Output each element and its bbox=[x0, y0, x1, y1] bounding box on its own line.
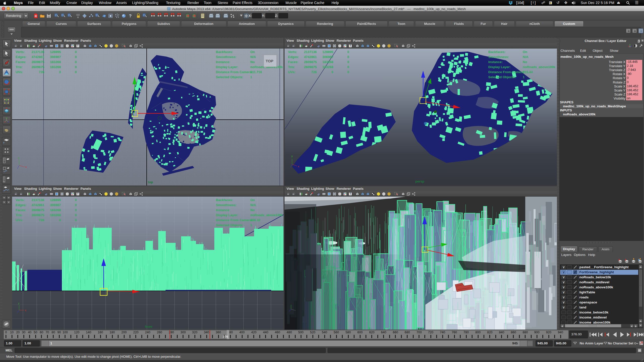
svg-text:800: 800 bbox=[475, 331, 481, 334]
svg-text:T: T bbox=[349, 44, 351, 47]
svg-text:900: 900 bbox=[534, 331, 540, 334]
svg-text:persp: persp bbox=[415, 179, 424, 183]
svg-text:340: 340 bbox=[204, 331, 209, 334]
svg-text:x: x bbox=[25, 165, 27, 168]
svg-text:y: y bbox=[18, 302, 20, 305]
svg-text:480: 480 bbox=[287, 331, 292, 334]
svg-text:780: 780 bbox=[464, 331, 469, 334]
svg-text:840: 840 bbox=[499, 331, 504, 334]
svg-text:200: 200 bbox=[122, 331, 127, 334]
svg-text:front: front bbox=[145, 325, 152, 329]
svg-text:y: y bbox=[18, 156, 20, 159]
svg-text:T: T bbox=[77, 44, 78, 47]
svg-text:x: x bbox=[298, 165, 299, 168]
svg-text:940: 940 bbox=[558, 331, 563, 334]
svg-text:920: 920 bbox=[546, 331, 551, 334]
svg-text:70: 70 bbox=[46, 331, 49, 334]
svg-text:720: 720 bbox=[428, 331, 433, 334]
svg-text:240: 240 bbox=[145, 331, 150, 334]
svg-text:320: 320 bbox=[192, 331, 197, 334]
svg-text:220: 220 bbox=[133, 331, 139, 334]
svg-text:180: 180 bbox=[110, 331, 115, 334]
svg-text:40: 40 bbox=[28, 331, 31, 334]
svg-text:60: 60 bbox=[40, 331, 43, 334]
svg-text:580: 580 bbox=[346, 331, 351, 334]
svg-text:T: T bbox=[77, 193, 78, 195]
svg-text:x: x bbox=[25, 309, 26, 312]
svg-text:760: 760 bbox=[452, 331, 457, 334]
svg-text:90: 90 bbox=[57, 331, 61, 334]
svg-text:10: 10 bbox=[10, 331, 14, 334]
svg-text:T: T bbox=[349, 193, 351, 195]
svg-text:100: 100 bbox=[63, 331, 68, 334]
svg-text:880: 880 bbox=[523, 331, 528, 334]
svg-text:50: 50 bbox=[34, 331, 37, 334]
svg-text:top: top bbox=[148, 180, 153, 184]
svg-text:660: 660 bbox=[393, 331, 398, 334]
svg-text:80: 80 bbox=[52, 331, 55, 334]
svg-text:400: 400 bbox=[239, 331, 245, 334]
svg-text:360: 360 bbox=[216, 331, 221, 334]
svg-text:460: 460 bbox=[275, 331, 280, 334]
svg-text:600: 600 bbox=[357, 331, 363, 334]
svg-text:640: 640 bbox=[381, 331, 386, 334]
svg-text:140: 140 bbox=[86, 331, 91, 334]
svg-text:540: 540 bbox=[322, 331, 327, 334]
svg-text:420: 420 bbox=[251, 331, 257, 334]
svg-text:700: 700 bbox=[417, 331, 422, 334]
svg-text:MB: MB bbox=[168, 8, 170, 10]
svg-text:260: 260 bbox=[157, 331, 162, 334]
svg-text:440: 440 bbox=[263, 331, 268, 334]
svg-text:740: 740 bbox=[440, 331, 445, 334]
svg-text:620: 620 bbox=[369, 331, 375, 334]
svg-text:160: 160 bbox=[98, 331, 103, 334]
svg-text:500: 500 bbox=[298, 331, 304, 334]
svg-text:300: 300 bbox=[181, 331, 186, 334]
svg-text:520: 520 bbox=[310, 331, 315, 334]
svg-text:Y: Y bbox=[291, 155, 293, 158]
svg-text:560: 560 bbox=[334, 331, 339, 334]
svg-text:820: 820 bbox=[487, 331, 493, 334]
svg-text:280: 280 bbox=[169, 331, 174, 334]
svg-text:120: 120 bbox=[74, 331, 79, 334]
svg-text:860: 860 bbox=[511, 331, 516, 334]
svg-text:0: 0 bbox=[5, 331, 7, 334]
svg-text:30: 30 bbox=[22, 331, 25, 334]
svg-text:376: 376 bbox=[223, 335, 228, 339]
svg-text:?: ? bbox=[129, 14, 132, 18]
svg-text:680: 680 bbox=[405, 331, 410, 334]
svg-text:20: 20 bbox=[16, 331, 20, 334]
